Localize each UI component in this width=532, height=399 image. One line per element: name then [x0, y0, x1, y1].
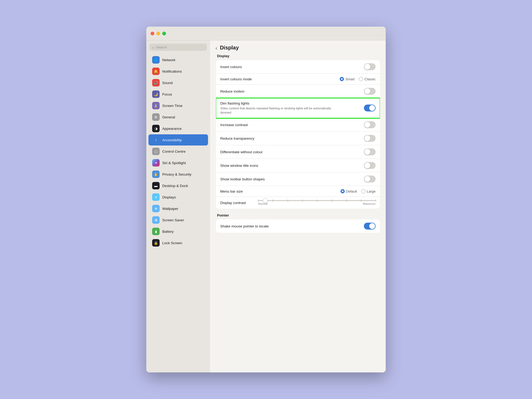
system-preferences-window: ⌕ Search 🌐Network🔔Notifications🔊Sound🌙Fo… [146, 27, 386, 372]
screensaver-label: Screen Saver [162, 218, 184, 222]
display-contrast-label: Display contrast [220, 201, 255, 205]
slider-tick-2 [288, 200, 288, 202]
sidebar-item-notifications[interactable]: 🔔Notifications [148, 66, 208, 77]
menu-bar-size-option-large[interactable]: Large [361, 189, 376, 193]
siri-icon: ✦ [152, 159, 160, 167]
setting-row-differentiate-without-colour: Differentiate without colour [216, 145, 380, 159]
battery-label: Battery [162, 230, 174, 234]
focus-label: Focus [162, 92, 172, 96]
display-contrast-track[interactable] [258, 200, 376, 201]
setting-row-menu-bar-size: Menu bar sizeDefaultLarge [216, 186, 380, 197]
controlcentre-icon: ◻ [152, 148, 160, 155]
differentiate-without-colour-toggle[interactable] [364, 148, 376, 155]
sidebar-item-siri[interactable]: ✦Siri & Spotlight [148, 157, 208, 168]
general-label: General [162, 115, 175, 119]
reduce-transparency-toggle-knob [364, 135, 370, 141]
invert-colours-toggle[interactable] [364, 63, 376, 70]
setting-row-invert-colours: Invert colours [216, 60, 380, 74]
menu-bar-size-opt-label-large: Large [367, 189, 376, 193]
reduce-motion-toggle[interactable] [364, 88, 376, 95]
lockscreen-icon: 🔒 [152, 239, 160, 247]
menu-bar-size-option-default[interactable]: Default [340, 189, 357, 193]
menu-bar-size-radio-group: DefaultLarge [340, 189, 376, 193]
setting-row-shake-mouse: Shake mouse pointer to locate [216, 219, 380, 233]
desktop-icon: ▬ [152, 182, 160, 189]
increase-contrast-toggle-knob [364, 122, 370, 128]
traffic-lights [151, 32, 166, 35]
differentiate-without-colour-toggle-knob [364, 149, 370, 155]
sidebar-item-general[interactable]: ⚙General [148, 111, 208, 123]
invert-colours-mode-dot-smart [340, 77, 344, 81]
dim-flashing-lights-toggle-knob [369, 105, 375, 111]
sidebar-item-desktop[interactable]: ▬Desktop & Dock [148, 180, 208, 191]
sidebar-item-controlcentre[interactable]: ◻Control Centre [148, 146, 208, 157]
desktop-label: Desktop & Dock [162, 184, 188, 188]
battery-icon: ▮ [152, 228, 160, 235]
slider-tick-5 [331, 200, 332, 202]
back-button[interactable]: ‹ [215, 45, 217, 51]
screentime-icon: ⌛ [152, 102, 160, 109]
minimize-button[interactable] [156, 32, 160, 35]
invert-colours-mode-option-smart[interactable]: Smart [340, 77, 355, 81]
differentiate-without-colour-label: Differentiate without colour [220, 150, 361, 154]
show-toolbar-button-shapes-toggle[interactable] [364, 176, 376, 182]
sidebar-item-lockscreen[interactable]: 🔒Lock Screen [148, 237, 208, 248]
show-toolbar-button-shapes-toggle-knob [364, 176, 370, 182]
reduce-motion-label-group: Reduce motion [220, 89, 361, 93]
setting-row-invert-colours-mode: Invert colours modeSmartClassic [216, 74, 380, 85]
shake-mouse-toggle[interactable] [364, 223, 376, 230]
sidebar-item-privacy[interactable]: ✋Privacy & Security [148, 169, 208, 180]
reduce-transparency-label-group: Reduce transparency [220, 136, 361, 140]
sidebar-item-battery[interactable]: ▮Battery [148, 226, 208, 237]
main-layout: ⌕ Search 🌐Network🔔Notifications🔊Sound🌙Fo… [146, 40, 386, 372]
slider-tick-8 [376, 200, 376, 202]
reduce-transparency-toggle[interactable] [364, 135, 376, 142]
network-icon: 🌐 [152, 56, 160, 64]
show-window-title-icons-label: Show window title icons [220, 164, 361, 168]
slider-tick-4 [317, 200, 317, 202]
increase-contrast-toggle[interactable] [364, 121, 376, 128]
wallpaper-label: Wallpaper [162, 207, 178, 211]
content-title: Display [220, 45, 239, 51]
invert-colours-label: Invert colours [220, 65, 361, 69]
displays-label: Displays [162, 195, 176, 199]
show-window-title-icons-label-group: Show window title icons [220, 164, 361, 168]
content-area: ‹ Display DisplayInvert coloursInvert co… [210, 40, 386, 372]
appearance-icon: ◑ [152, 125, 160, 132]
dim-flashing-lights-toggle[interactable] [364, 105, 376, 111]
maximize-button[interactable] [162, 32, 166, 35]
notifications-icon: 🔔 [152, 68, 160, 75]
screentime-label: Screen Time [162, 104, 182, 108]
lockscreen-label: Lock Screen [162, 241, 182, 245]
sidebar-item-displays[interactable]: ✳Displays [148, 192, 208, 203]
reduce-motion-toggle-knob [364, 88, 370, 94]
search-bar[interactable]: ⌕ Search [149, 44, 207, 51]
sidebar-item-appearance[interactable]: ◑Appearance [148, 123, 208, 134]
sidebar-item-sound[interactable]: 🔊Sound [148, 77, 208, 88]
slider-tick-3 [302, 200, 303, 202]
setting-row-show-toolbar-button-shapes: Show toolbar button shapes [216, 172, 380, 186]
sidebar-item-screentime[interactable]: ⌛Screen Time [148, 100, 208, 111]
dim-flashing-lights-label-group: Dim flashing lightsVideo content that de… [220, 101, 361, 115]
settings-group-display: Invert coloursInvert colours modeSmartCl… [216, 60, 380, 209]
invert-colours-label-group: Invert colours [220, 65, 361, 69]
invert-colours-toggle-knob [364, 64, 370, 70]
differentiate-without-colour-label-group: Differentiate without colour [220, 150, 361, 154]
display-contrast-thumb[interactable] [263, 198, 268, 203]
titlebar [146, 27, 386, 40]
increase-contrast-label-group: Increase contrast [220, 123, 361, 127]
sidebar-item-screensaver[interactable]: 🖥Screen Saver [148, 214, 208, 226]
content-body: DisplayInvert coloursInvert colours mode… [210, 54, 386, 372]
siri-label: Siri & Spotlight [162, 161, 186, 165]
privacy-label: Privacy & Security [162, 172, 192, 176]
settings-sections: DisplayInvert coloursInvert colours mode… [216, 54, 380, 233]
show-window-title-icons-toggle[interactable] [364, 162, 376, 169]
shake-mouse-label: Shake mouse pointer to locate [220, 224, 361, 228]
invert-colours-mode-opt-label-smart: Smart [345, 77, 355, 81]
close-button[interactable] [151, 32, 154, 35]
invert-colours-mode-option-classic[interactable]: Classic [359, 77, 376, 81]
sidebar-item-focus[interactable]: 🌙Focus [148, 89, 208, 100]
sidebar-item-network[interactable]: 🌐Network [148, 54, 208, 65]
sidebar-item-accessibility[interactable]: iAccessibility [148, 134, 208, 146]
sidebar-item-wallpaper[interactable]: ❄Wallpaper [148, 203, 208, 214]
